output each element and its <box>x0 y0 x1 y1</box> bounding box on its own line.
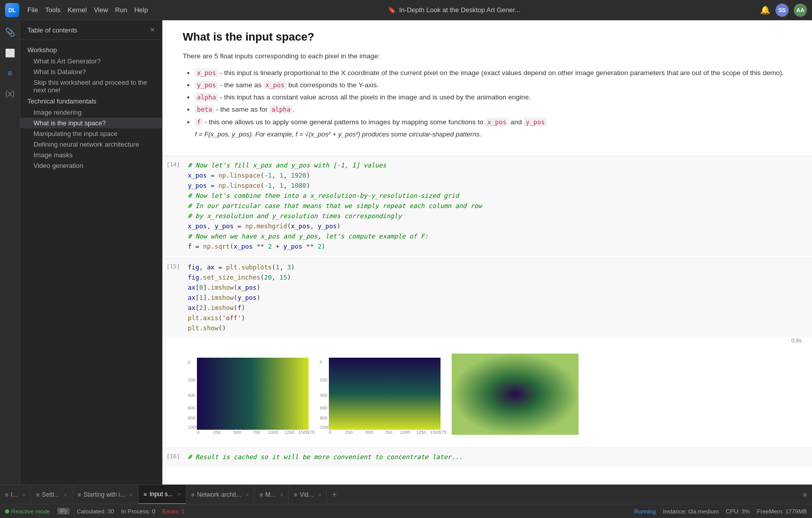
bullet-alpha: alpha - this input has a constant value … <box>195 91 792 103</box>
toc-close-button[interactable]: × <box>150 25 155 34</box>
bullet-beta: beta - the same as for alpha. <box>195 103 792 116</box>
chart-f <box>452 354 579 436</box>
code-f: f <box>195 118 203 126</box>
menu-help[interactable]: Help <box>134 6 148 14</box>
errors-status: Errors: 1 <box>162 508 185 514</box>
bell-icon[interactable]: 🔔 <box>760 5 770 15</box>
toc-item-rendering[interactable]: Image rendering <box>20 107 162 118</box>
menu-file[interactable]: File <box>27 6 38 14</box>
tab-starting[interactable]: ≡ Starting with i... × <box>73 485 139 504</box>
code-cell-15: [15] fig, ax = plt.subplots(1, 3) fig.se… <box>162 258 812 337</box>
toc-title: Table of contents <box>27 26 77 34</box>
tab-settings-label: Setti... <box>42 491 59 498</box>
tab-add-button[interactable]: + <box>327 490 342 499</box>
tab-starting-label: Starting with i... <box>84 491 125 498</box>
toc-item-art-gen[interactable]: What is Art Generator? <box>20 56 162 66</box>
tab-m[interactable]: ≡ M... × <box>254 485 289 504</box>
svg-rect-21 <box>329 358 441 430</box>
chart-xpos: 0 200 400 600 800 1000 <box>188 354 315 436</box>
cell-15-label: [15] <box>166 263 180 270</box>
svg-text:750: 750 <box>253 430 260 435</box>
code-cell-14-content: # Now let's fill x_pos and y_pos with [-… <box>188 160 802 252</box>
bookmark-icon: 🔖 <box>388 6 396 14</box>
svg-text:1000: 1000 <box>268 430 278 435</box>
svg-text:1750: 1750 <box>307 430 315 435</box>
code-cell-15-content: fig, ax = plt.subplots(1, 3) fig.set_siz… <box>188 262 802 333</box>
svg-text:0: 0 <box>197 430 199 435</box>
math-formula: f = F(x_pos, y_pos). For example, f = √(… <box>195 130 482 138</box>
code-cell-14: [14] # Now let's fill x_pos and y_pos wi… <box>162 156 812 256</box>
reactive-mode-dot <box>5 509 9 513</box>
toc-item-manipulating[interactable]: Manipulating the input space <box>20 128 162 139</box>
svg-text:800: 800 <box>320 416 327 421</box>
freemem-status: FreeMem: 1779MB <box>757 508 807 514</box>
sidebar-icon-attachment[interactable]: 📎 <box>3 25 17 39</box>
tab-network-icon: ≡ <box>191 492 194 498</box>
toc-item-datalore[interactable]: What is Datalore? <box>20 66 162 77</box>
tab-i[interactable]: ≡ I... × <box>0 485 31 504</box>
tab-settings-icon: ≡ <box>36 492 39 498</box>
svg-text:500: 500 <box>365 430 373 435</box>
avatar-aa[interactable]: AA <box>794 4 807 17</box>
charts-row: 0 200 400 600 800 1000 <box>188 349 802 441</box>
toc-section-tech[interactable]: Technical fundamentals <box>20 95 162 107</box>
tab-i-label: I... <box>11 491 17 498</box>
svg-text:200: 200 <box>320 377 327 383</box>
toc-item-masks[interactable]: Image masks <box>20 150 162 160</box>
toc-item-video[interactable]: Video generation <box>20 160 162 171</box>
reactive-mode-status[interactable]: Reactive mode <box>5 508 50 514</box>
bullet-list: x_pos - this input is linearly proportio… <box>183 67 792 141</box>
toc-header: Table of contents × <box>20 20 162 40</box>
svg-text:600: 600 <box>320 405 327 410</box>
tab-settings-close[interactable]: × <box>64 492 67 498</box>
tab-settings[interactable]: ≡ Setti... × <box>31 485 73 504</box>
chart-ypos: 0 200 400 600 800 1000 <box>320 354 447 436</box>
menu-run[interactable]: Run <box>115 6 127 14</box>
intro-text: There are 5 float inputs corresponding t… <box>183 51 792 62</box>
menu-tools[interactable]: Tools <box>45 6 60 14</box>
svg-text:1250: 1250 <box>284 430 294 435</box>
sidebar-icon-variable[interactable]: (x) <box>3 87 17 100</box>
toc-item-skip[interactable]: Skip this worksheet and proceed to the n… <box>20 77 162 95</box>
tab-input-label: Input s... <box>149 491 173 498</box>
tab-network-close[interactable]: × <box>246 492 249 498</box>
tab-network[interactable]: ≡ Network archit... × <box>186 485 255 504</box>
topbar: DL File Tools Kernel View Run Help 🔖 In-… <box>0 0 812 20</box>
tab-m-icon: ≡ <box>259 492 262 498</box>
sidebar-icon-panel: 📎 ⬜ ≡ (x) <box>0 20 20 485</box>
tab-m-label: M... <box>265 491 276 498</box>
tab-input-icon: ≡ <box>144 491 147 497</box>
tab-i-close[interactable]: × <box>22 492 25 498</box>
tab-m-close[interactable]: × <box>280 492 283 498</box>
svg-text:1000: 1000 <box>188 425 198 430</box>
toc-panel: Table of contents × Workshop What is Art… <box>20 20 162 485</box>
toc-item-input-space[interactable]: What is the input space? <box>20 118 162 128</box>
toc-section-workshop[interactable]: Workshop <box>20 44 162 56</box>
avatar-ss[interactable]: SS <box>775 4 789 17</box>
calculated-status: Calculated: 30 <box>77 508 114 514</box>
menu-view[interactable]: View <box>94 6 108 14</box>
sidebar-icon-list[interactable]: ≡ <box>6 67 14 80</box>
svg-text:250: 250 <box>345 430 353 435</box>
sidebar-icon-toc[interactable]: ⬜ <box>3 46 17 60</box>
running-status: Running <box>634 508 656 514</box>
svg-text:0: 0 <box>329 430 331 435</box>
code-ypos: y_pos <box>195 81 218 89</box>
tab-input-close[interactable]: × <box>177 491 180 497</box>
menu-kernel[interactable]: Kernel <box>67 6 87 14</box>
svg-text:600: 600 <box>188 405 195 410</box>
svg-text:800: 800 <box>188 416 195 421</box>
tab-vid[interactable]: ≡ Vid... × <box>289 485 327 504</box>
instance-status: Instance: t3a.medium <box>663 508 719 514</box>
tab-vid-close[interactable]: × <box>318 492 321 498</box>
chart-xpos-svg: 0 200 400 600 800 1000 <box>188 354 315 435</box>
svg-text:1000: 1000 <box>320 425 330 430</box>
tab-input-space[interactable]: ≡ Input s... × <box>139 485 186 504</box>
tab-starting-close[interactable]: × <box>130 492 133 498</box>
toc-item-neural-net[interactable]: Defining neural network architecture <box>20 139 162 150</box>
ipy-label: IPy <box>57 508 70 514</box>
chart-ypos-svg: 0 200 400 600 800 1000 <box>320 354 447 435</box>
reactive-mode-label: Reactive mode <box>11 508 50 514</box>
tab-network-label: Network archit... <box>197 491 241 498</box>
tab-menu-button[interactable]: ≡ <box>798 491 812 499</box>
